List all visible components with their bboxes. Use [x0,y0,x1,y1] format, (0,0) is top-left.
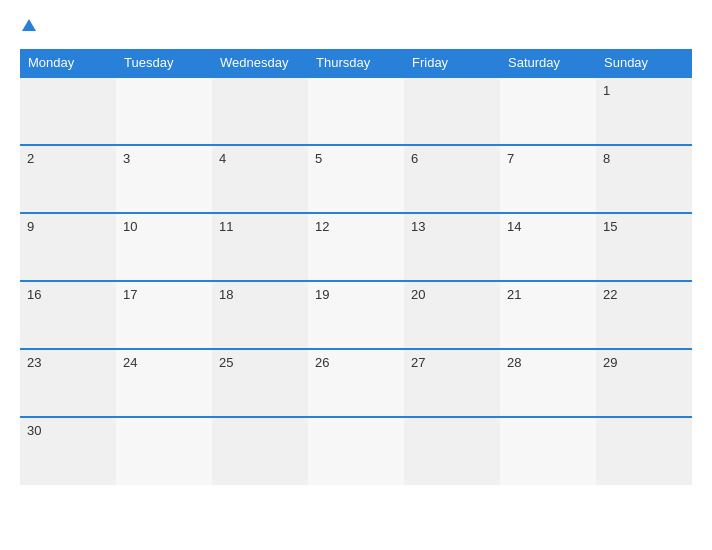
calendar-day-cell: 25 [212,349,308,417]
calendar-day-cell: 23 [20,349,116,417]
day-number: 26 [315,355,329,370]
calendar-day-cell: 27 [404,349,500,417]
day-number: 17 [123,287,137,302]
calendar-day-cell: 8 [596,145,692,213]
calendar-day-cell [308,417,404,485]
calendar-day-cell [404,77,500,145]
day-number: 24 [123,355,137,370]
calendar-day-cell: 4 [212,145,308,213]
calendar-day-cell: 13 [404,213,500,281]
weekday-header-monday: Monday [20,49,116,77]
day-number: 4 [219,151,226,166]
day-number: 3 [123,151,130,166]
calendar-day-cell [596,417,692,485]
calendar-week-row: 9101112131415 [20,213,692,281]
calendar-day-cell: 21 [500,281,596,349]
day-number: 5 [315,151,322,166]
calendar-day-cell: 16 [20,281,116,349]
day-number: 8 [603,151,610,166]
calendar-week-row: 1 [20,77,692,145]
calendar-day-cell: 26 [308,349,404,417]
calendar-header [20,18,692,35]
calendar-day-cell: 19 [308,281,404,349]
calendar-day-cell: 12 [308,213,404,281]
calendar-day-cell: 9 [20,213,116,281]
day-number: 6 [411,151,418,166]
calendar-day-cell [500,77,596,145]
day-number: 30 [27,423,41,438]
calendar-body: 1234567891011121314151617181920212223242… [20,77,692,485]
calendar-day-cell [212,77,308,145]
day-number: 23 [27,355,41,370]
calendar-day-cell [116,417,212,485]
calendar-day-cell: 11 [212,213,308,281]
calendar-day-cell: 15 [596,213,692,281]
day-number: 10 [123,219,137,234]
day-number: 21 [507,287,521,302]
calendar-day-cell [500,417,596,485]
calendar-week-row: 30 [20,417,692,485]
calendar-day-cell: 10 [116,213,212,281]
calendar-week-row: 16171819202122 [20,281,692,349]
calendar-day-cell: 24 [116,349,212,417]
calendar-day-cell: 18 [212,281,308,349]
calendar-day-cell: 28 [500,349,596,417]
day-number: 20 [411,287,425,302]
calendar-day-cell: 1 [596,77,692,145]
day-number: 18 [219,287,233,302]
calendar-day-cell: 20 [404,281,500,349]
day-number: 25 [219,355,233,370]
calendar-day-cell [404,417,500,485]
calendar-container: MondayTuesdayWednesdayThursdayFridaySatu… [0,0,712,550]
calendar-day-cell: 14 [500,213,596,281]
day-number: 7 [507,151,514,166]
calendar-day-cell [116,77,212,145]
calendar-day-cell: 7 [500,145,596,213]
weekday-header-thursday: Thursday [308,49,404,77]
day-number: 29 [603,355,617,370]
calendar-day-cell: 2 [20,145,116,213]
day-number: 11 [219,219,233,234]
calendar-day-cell: 29 [596,349,692,417]
day-number: 15 [603,219,617,234]
calendar-day-cell: 30 [20,417,116,485]
day-number: 2 [27,151,34,166]
calendar-day-cell: 6 [404,145,500,213]
weekday-header-saturday: Saturday [500,49,596,77]
calendar-weekday-header: MondayTuesdayWednesdayThursdayFridaySatu… [20,49,692,77]
day-number: 22 [603,287,617,302]
logo-general-text [20,18,36,35]
day-number: 14 [507,219,521,234]
day-number: 1 [603,83,610,98]
weekday-header-wednesday: Wednesday [212,49,308,77]
weekday-row: MondayTuesdayWednesdayThursdayFridaySatu… [20,49,692,77]
calendar-grid: MondayTuesdayWednesdayThursdayFridaySatu… [20,49,692,485]
calendar-day-cell [308,77,404,145]
logo [20,18,36,35]
day-number: 28 [507,355,521,370]
day-number: 16 [27,287,41,302]
weekday-header-sunday: Sunday [596,49,692,77]
day-number: 19 [315,287,329,302]
calendar-day-cell [212,417,308,485]
calendar-week-row: 2345678 [20,145,692,213]
day-number: 13 [411,219,425,234]
calendar-day-cell: 17 [116,281,212,349]
weekday-header-friday: Friday [404,49,500,77]
day-number: 12 [315,219,329,234]
weekday-header-tuesday: Tuesday [116,49,212,77]
day-number: 9 [27,219,34,234]
calendar-day-cell: 22 [596,281,692,349]
calendar-week-row: 23242526272829 [20,349,692,417]
calendar-day-cell: 5 [308,145,404,213]
calendar-day-cell: 3 [116,145,212,213]
day-number: 27 [411,355,425,370]
logo-triangle-icon [22,19,36,31]
calendar-day-cell [20,77,116,145]
